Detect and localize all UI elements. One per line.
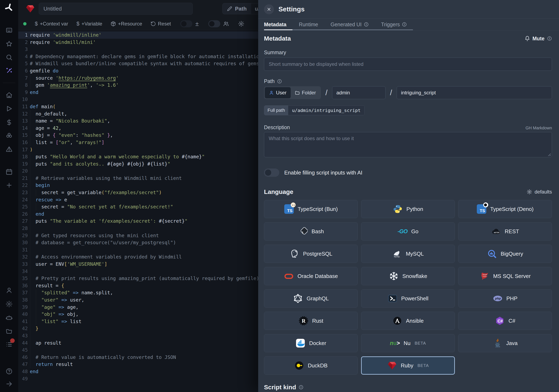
language-option-docker[interactable]: Docker [264,334,358,352]
plus-icon[interactable] [6,182,13,189]
line-number: 2 [18,39,28,46]
language-option-typescript-deno[interactable]: TSTypeScript (Deno) [458,200,552,218]
wand-sparkles-icon[interactable] [6,67,13,74]
line-number: 29 [18,232,28,239]
language-option-python[interactable]: Python [361,200,455,218]
line-number: 31 [18,246,28,254]
bot-icon[interactable] [6,314,13,321]
csharp-icon: C# [495,316,505,326]
line-number: 46 [18,354,28,361]
settings-panel: Settings MetadataRuntimeGenerated UITrig… [258,0,559,392]
add-variable-button[interactable]: $ +Variable [76,20,102,27]
python-icon [393,204,403,214]
line-number: 49 [18,375,28,383]
boxes-icon[interactable] [6,132,13,139]
language-option-duckdb[interactable]: DuckDB [264,356,358,375]
tab-generated-ui[interactable]: Generated UI [324,19,375,30]
svg-text:R: R [302,318,306,324]
owner-kind-folder[interactable]: Folder [291,87,320,98]
star-icon[interactable] [6,40,13,47]
ai-fill-toggle[interactable] [264,168,279,177]
windmill-logo-icon[interactable] [4,3,14,12]
line-number: 15 [18,132,28,139]
defaults-label: defaults [535,189,552,195]
language-option-mysql[interactable]: MySQLMySQL [361,245,455,263]
arrow-right-icon[interactable] [6,380,13,387]
editor-settings-gear-icon[interactable] [238,21,244,27]
mute-button[interactable]: Mute [525,36,552,42]
line-number: 30 [18,239,28,246]
app-window-icon[interactable] [6,27,13,34]
add-context-var-button[interactable]: $ +Context var [35,20,68,27]
close-icon[interactable] [264,4,274,14]
folder-open-icon[interactable] [6,328,13,335]
ruby-language-icon [26,4,35,13]
multiplayer-toggle[interactable] [208,20,220,27]
language-option-ruby[interactable]: RubyBETA [361,356,455,375]
tab-metadata[interactable]: Metadata [264,19,293,30]
script-title-input[interactable] [39,3,193,15]
add-resource-button[interactable]: +Resource [111,21,142,27]
postgresql-icon [289,249,299,259]
go-icon: ‑GO [398,227,408,236]
tab-runtime[interactable]: Runtime [293,19,324,30]
path-name-input[interactable] [397,86,552,99]
package-icon [111,21,116,27]
calendar-icon[interactable] [6,168,13,175]
line-number: 48 [18,368,28,375]
gh-markdown-label: GH Markdown [525,126,552,130]
settings-tabs: MetadataRuntimeGenerated UITriggers [258,19,559,30]
info-icon [364,22,369,27]
language-option-powershell[interactable]: PowerShell [361,289,455,308]
language-option-oracle-database[interactable]: Oracle Database [264,267,358,285]
search-icon[interactable] [6,54,13,61]
language-option-go[interactable]: ‑GOGo [361,222,455,240]
language-option-rest[interactable]: HTTPREST [458,222,552,240]
line-number: 3 [18,46,28,53]
language-option-ms-sql-server[interactable]: MS SQL Server [458,267,552,285]
beta-badge: BETA [415,341,426,346]
language-option-bigquery[interactable]: BigQuery [458,245,552,263]
ansible-icon [392,316,402,326]
metadata-heading: Metadata [264,35,291,42]
language-option-nu[interactable]: nu>NuBETA [361,334,455,352]
summary-input[interactable] [264,57,552,71]
full-path-label: Full path [264,106,288,115]
language-option-c[interactable]: C#C# [458,312,552,330]
path-owner-input[interactable] [332,86,385,99]
rest-icon: HTTP [491,227,501,236]
oracle-icon [284,271,294,281]
rotate-ccw-icon [150,21,156,27]
dollar-icon[interactable] [6,119,13,126]
language-option-postgresql[interactable]: PostgreSQL [264,245,358,263]
list-badge-icon[interactable] [6,341,13,348]
language-option-snowflake[interactable]: Snowflake [361,267,455,285]
pyramid-icon[interactable] [6,146,13,153]
language-option-typescript-bun[interactable]: TSTypeScript (Bun) [264,200,358,218]
diff-mode-toggle[interactable] [180,20,192,27]
user-icon[interactable] [6,287,13,294]
add-context-var-label: +Context var [40,21,68,27]
language-defaults-button[interactable]: defaults [527,189,552,195]
language-option-bash[interactable]: $Bash [264,222,358,240]
play-icon[interactable] [6,105,13,112]
language-option-java[interactable]: JavaJava [458,334,552,352]
help-circle-icon[interactable] [6,368,13,375]
line-number: 26 [18,210,28,218]
language-option-rust[interactable]: RRust [264,312,358,330]
settings-gear-icon[interactable] [6,301,13,308]
reset-button[interactable]: Reset [150,21,171,27]
home-icon[interactable] [6,92,13,99]
owner-kind-user[interactable]: User [265,87,291,98]
tab-triggers[interactable]: Triggers [375,19,413,30]
description-textarea[interactable] [264,132,552,157]
line-number: 11 [18,103,28,110]
deno-icon: TS [477,204,486,214]
line-number: 20 [18,167,28,175]
language-option-ansible[interactable]: Ansible [361,312,455,330]
language-option-php[interactable]: phpPHP [458,289,552,308]
full-path-value: u/admin/intriguing_script [288,106,364,115]
language-option-graphql[interactable]: GraphQL [264,289,358,308]
notification-dot [10,338,15,343]
svg-text:$: $ [302,231,303,234]
